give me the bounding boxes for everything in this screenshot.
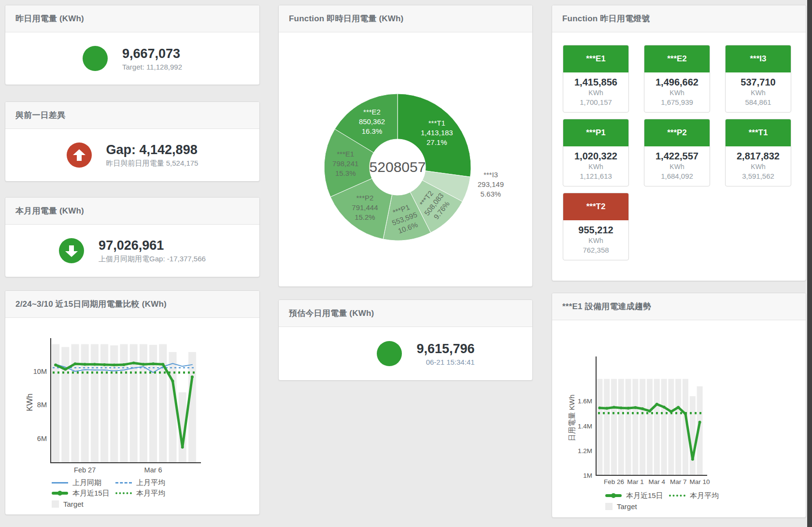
lamp-card-E2[interactable]: ***E21,496,662KWh1,675,939	[644, 45, 710, 113]
lamp-unit: KWh	[727, 89, 790, 97]
target-bar	[632, 379, 638, 475]
lamp-value: 955,212	[564, 225, 627, 236]
card-e1-trend-chart: ***E1 設備用電達成趨勢 1M1.2M1.4M1.6MFeb 26Mar 1…	[552, 293, 806, 518]
arrow-up-icon	[67, 142, 92, 168]
x-tick-label: Mar 6	[144, 466, 162, 474]
donut-slice-label: 791,444	[352, 203, 378, 212]
legend-item: 本月近15日	[52, 489, 115, 498]
lamp-status-header: ***E2	[644, 45, 710, 72]
target-bar	[159, 344, 167, 463]
donut-slice-label: ***E2	[363, 108, 381, 116]
lamp-value: 1,496,662	[645, 77, 709, 88]
x-tick-label: Feb 26	[604, 478, 624, 485]
lamp-target: 1,675,939	[645, 98, 709, 106]
target-bar	[668, 379, 674, 475]
lamp-card-T2[interactable]: ***T2955,212KWh762,358	[563, 193, 629, 260]
target-bar	[654, 379, 660, 475]
lamp-target: 1,700,157	[564, 98, 627, 106]
lamp-target: 3,591,562	[727, 172, 790, 180]
y-tick-label: 6M	[37, 435, 47, 442]
target-bar	[52, 344, 59, 463]
donut-slice-label: 293,149	[478, 180, 504, 188]
scrollbar[interactable]	[807, 0, 812, 527]
legend-label: 本月近15日	[72, 489, 110, 498]
y-tick-label: 10M	[33, 368, 47, 375]
kpi-value: Gap: 4,142,898	[106, 142, 199, 157]
legend-item: 本月近15日	[605, 491, 669, 500]
legend-item: 上月同期	[52, 478, 115, 487]
lamp-body: 1,415,856KWh1,700,157	[563, 72, 628, 112]
legend-swatch-box	[605, 503, 613, 510]
lamp-unit: KWh	[645, 89, 709, 97]
kpi-value: 9,615,796	[416, 342, 474, 356]
lamp-body: 1,020,322KWh1,121,613	[563, 146, 628, 186]
lamp-grid: ***E11,415,856KWh1,700,157***E21,496,662…	[552, 32, 806, 273]
compare-15day-line-chart: 6M8M10MFeb 27Mar 6KWh	[5, 317, 260, 476]
target-bar	[188, 352, 196, 463]
donut-slice-label: 850,362	[359, 117, 385, 126]
green-status-circle-icon	[83, 46, 108, 71]
legend-item: 上月平均	[115, 478, 165, 487]
donut-slice-label: ***P2	[356, 194, 374, 202]
kpi-sub: 昨日與前日用電量 5,524,175	[106, 159, 199, 168]
lamp-card-E1[interactable]: ***E11,415,856KWh1,700,157	[563, 45, 629, 113]
lamp-body: 1,496,662KWh1,675,939	[644, 72, 710, 112]
legend-swatch-dotted	[115, 492, 132, 494]
card-header: ***E1 設備用電達成趨勢	[552, 293, 806, 320]
target-bar	[597, 379, 602, 475]
target-bar	[100, 344, 108, 463]
kpi-sub: 上個月同期用電Gap: -17,377,566	[99, 255, 206, 264]
chart-legend: 本月近15日本月平均Target	[605, 491, 719, 511]
x-tick-label: Mar 10	[690, 478, 710, 485]
lamp-card-P1[interactable]: ***P11,020,322KWh1,121,613	[563, 119, 629, 186]
target-bar	[618, 379, 624, 475]
legend-label: 上月同期	[72, 478, 101, 487]
card-15day-compare-chart: 2/24~3/10 近15日同期用電量比較 (KWh) 6M8M10MFeb 2…	[5, 290, 260, 515]
donut-slice-label: 5.63%	[481, 190, 501, 198]
lamp-status-header: ***I3	[726, 45, 791, 72]
donut-slice-label: 16.3%	[362, 127, 383, 135]
donut-slice-label: 1,413,183	[421, 128, 453, 137]
lamp-card-I3[interactable]: ***I3537,710KWh584,861	[725, 45, 791, 113]
card-header: 預估今日用電量 (KWh)	[279, 300, 532, 327]
target-bar	[81, 344, 89, 463]
target-bar	[110, 345, 118, 463]
donut-slice-label: ***I3	[484, 171, 498, 179]
donut-slice-label: 27.1%	[427, 138, 447, 146]
y-axis-label: 日用電量 KWh	[568, 395, 576, 442]
lamp-target: 584,861	[727, 98, 790, 106]
legend-swatch-dotted	[669, 495, 685, 497]
lamp-card-T1[interactable]: ***T12,817,832KWh3,591,562	[725, 119, 791, 186]
card-title: 預估今日用電量 (KWh)	[289, 308, 374, 319]
target-bar	[647, 379, 653, 475]
legend-swatch-thick	[52, 492, 68, 495]
card-header: Function 昨日用電燈號	[552, 5, 806, 32]
kpi-target: Target: 11,128,992	[122, 63, 182, 71]
lamp-value: 2,817,832	[727, 151, 790, 162]
donut-slice-label: 798,241	[332, 159, 358, 168]
card-header: 與前一日差異	[5, 102, 259, 129]
y-axis-label: KWh	[25, 394, 34, 412]
lamp-card-P2[interactable]: ***P21,422,557KWh1,684,092	[644, 119, 710, 186]
card-month-usage: 本月用電量 (KWh) 97,026,961 上個月同期用電Gap: -17,3…	[5, 197, 260, 277]
target-bar	[604, 379, 610, 475]
y-tick-label: 8M	[37, 401, 47, 409]
lamp-body: 955,212KWh762,358	[563, 220, 628, 260]
kpi-timestamp: 06-21 15:34:41	[416, 358, 474, 366]
card-header: 昨日用電量 (KWh)	[5, 5, 259, 32]
legend-swatch-box	[52, 500, 59, 508]
card-title: 2/24~3/10 近15日同期用電量比較 (KWh)	[15, 299, 167, 310]
lamp-status-header: ***P1	[563, 119, 628, 146]
card-header: 2/24~3/10 近15日同期用電量比較 (KWh)	[5, 291, 259, 318]
lamp-unit: KWh	[645, 163, 709, 171]
target-bar	[661, 379, 667, 475]
lamp-unit: KWh	[564, 163, 627, 171]
target-bar	[675, 379, 681, 475]
card-function-lamps: Function 昨日用電燈號 ***E11,415,856KWh1,700,1…	[552, 5, 806, 281]
legend-swatch-thick	[605, 494, 622, 497]
legend-label: Target	[63, 500, 84, 508]
target-bar	[140, 344, 147, 463]
target-bar	[690, 396, 696, 475]
card-title: Function 即時日用電量 (KWh)	[289, 13, 403, 24]
lamp-status-header: ***E1	[563, 45, 628, 72]
